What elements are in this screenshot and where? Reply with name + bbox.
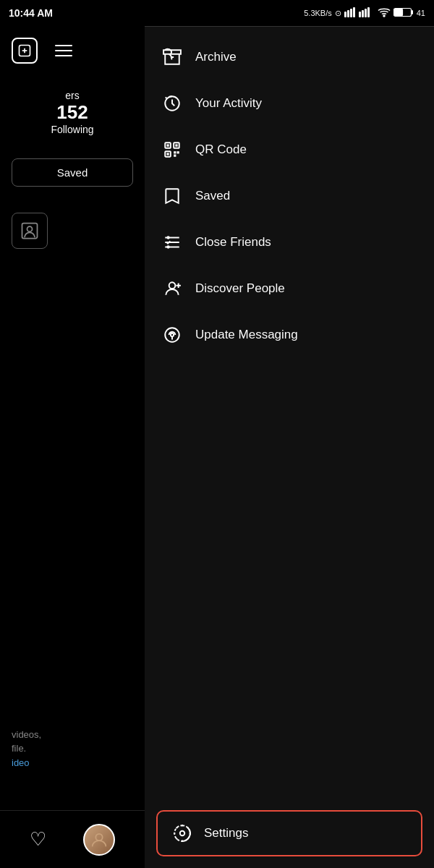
left-header [0, 26, 145, 75]
following-count: 152 [12, 101, 133, 124]
bottom-nav: ♡ [0, 810, 145, 868]
svg-rect-2 [350, 9, 352, 17]
status-time: 10:44 AM [9, 7, 53, 19]
settings-label: Settings [204, 826, 248, 841]
new-post-button[interactable] [12, 38, 38, 64]
settings-icon [172, 823, 192, 843]
bookmark-icon [162, 186, 182, 206]
svg-rect-22 [166, 144, 169, 146]
activity-label: Your Activity [195, 96, 262, 111]
svg-point-34 [165, 328, 179, 342]
settings-button[interactable]: Settings [156, 810, 422, 856]
status-icons: 5.3KB/s ⊙ [304, 7, 425, 19]
svg-rect-7 [367, 7, 370, 17]
hamburger-button[interactable] [52, 42, 75, 59]
discover-label: Discover People [195, 281, 285, 296]
desc-line2: file. [12, 743, 26, 754]
svg-point-16 [27, 226, 33, 231]
profile-icon-area [0, 198, 145, 263]
svg-rect-6 [365, 9, 367, 17]
clock-icon: ⊙ [335, 9, 341, 18]
svg-rect-5 [362, 10, 364, 17]
svg-rect-4 [359, 12, 361, 17]
signal-icons [344, 7, 375, 19]
svg-point-35 [171, 333, 174, 336]
menu-item-archive[interactable]: Archive [145, 34, 434, 80]
svg-point-31 [166, 236, 169, 239]
battery-icon [393, 7, 414, 19]
right-panel: Archive Your Activity [145, 26, 434, 868]
battery-level: 41 [417, 9, 425, 17]
wifi-icon [378, 7, 391, 19]
menu-item-discover[interactable]: Discover People [145, 265, 434, 312]
svg-point-33 [169, 282, 176, 289]
close-friends-label: Close Friends [195, 235, 271, 250]
menu-item-activity[interactable]: Your Activity [145, 80, 434, 127]
svg-rect-26 [177, 151, 179, 153]
svg-point-32 [166, 245, 169, 248]
menu-list: Archive Your Activity [145, 27, 434, 799]
network-speed: 5.3KB/s [304, 9, 332, 17]
svg-rect-11 [412, 10, 413, 14]
archive-label: Archive [195, 50, 237, 64]
svg-rect-24 [166, 153, 169, 155]
menu-item-saved[interactable]: Saved [145, 173, 434, 219]
archive-icon [162, 47, 182, 67]
status-bar: 10:44 AM 5.3KB/s ⊙ [0, 0, 434, 26]
menu-item-close-friends[interactable]: Close Friends [145, 219, 434, 265]
messaging-label: Update Messaging [195, 328, 298, 342]
svg-rect-0 [344, 12, 346, 17]
menu-item-qr[interactable]: QR Code [145, 127, 434, 173]
svg-point-17 [95, 833, 102, 840]
svg-point-8 [383, 15, 385, 17]
svg-rect-25 [174, 151, 176, 153]
saved-label: Saved [195, 189, 230, 203]
left-panel: ers 152 Following Saved videos, file. id… [0, 26, 145, 868]
svg-rect-10 [394, 9, 402, 16]
following-section: ers 152 Following [0, 75, 145, 147]
svg-rect-27 [174, 155, 176, 157]
messaging-icon [162, 325, 182, 345]
close-friends-icon [162, 232, 182, 252]
activity-icon [162, 93, 182, 114]
qr-icon [162, 140, 182, 160]
desc-link[interactable]: ideo [12, 757, 30, 768]
desc-line1: videos, [12, 729, 41, 740]
tagged-photo-placeholder [12, 213, 48, 249]
bottom-description: videos, file. ideo [0, 716, 53, 782]
svg-rect-1 [347, 10, 349, 17]
following-label: Following [12, 124, 133, 135]
svg-rect-23 [175, 144, 177, 146]
followers-partial: ers [65, 90, 79, 101]
profile-avatar[interactable] [83, 824, 115, 856]
qr-label: QR Code [195, 142, 247, 157]
likes-button[interactable]: ♡ [30, 828, 46, 851]
discover-people-icon [162, 278, 182, 299]
svg-point-36 [180, 831, 185, 836]
saved-button[interactable]: Saved [12, 158, 133, 187]
svg-rect-3 [353, 7, 355, 17]
menu-item-messaging[interactable]: Update Messaging [145, 312, 434, 358]
